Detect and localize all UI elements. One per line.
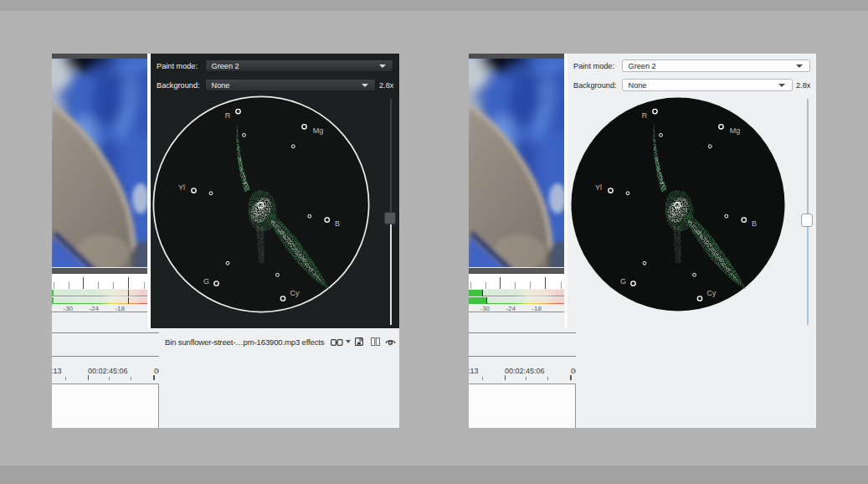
svg-text:Cy: Cy bbox=[707, 289, 716, 297]
svg-text:Mg: Mg bbox=[730, 126, 741, 135]
svg-text:R: R bbox=[642, 111, 648, 120]
svg-text:G: G bbox=[620, 277, 626, 286]
svg-text:G: G bbox=[203, 277, 209, 286]
svg-text:B: B bbox=[335, 219, 340, 228]
svg-text:Mg: Mg bbox=[313, 126, 324, 135]
svg-text:Cy: Cy bbox=[290, 289, 300, 297]
svg-text:Yl: Yl bbox=[178, 183, 185, 192]
svg-text:Yl: Yl bbox=[595, 183, 602, 192]
svg-text:B: B bbox=[752, 219, 757, 228]
svg-text:R: R bbox=[225, 111, 231, 120]
